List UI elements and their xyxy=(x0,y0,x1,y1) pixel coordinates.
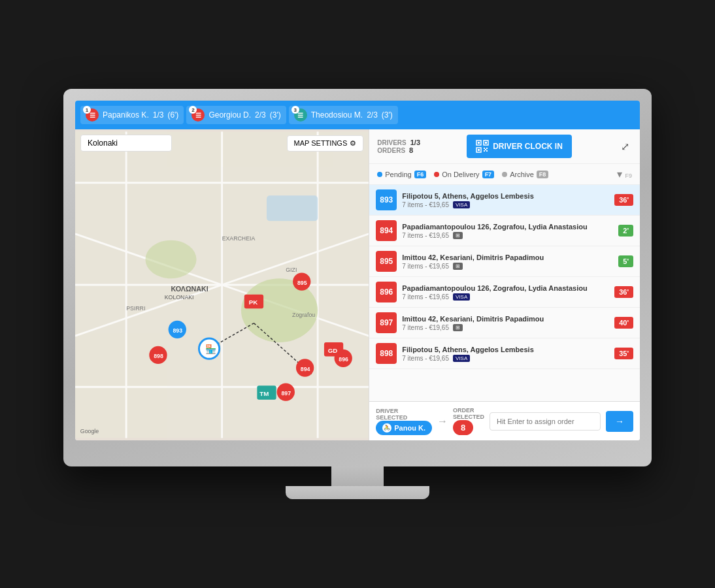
driver-2-orders: (3') xyxy=(270,110,281,120)
orders-stat-row: ORDERS 8 xyxy=(377,146,420,154)
order-info-896: Papadiamantopoulou 126, Zografou, Lydia … xyxy=(402,284,609,301)
assign-order-input[interactable] xyxy=(490,412,601,431)
order-row-896[interactable]: 896Papadiamantopoulou 126, Zografou, Lyd… xyxy=(369,277,640,308)
order-items-896: 7 items - €19,65 xyxy=(402,293,449,301)
svg-text:🏪: 🏪 xyxy=(205,344,217,355)
right-panel: DRIVERS 1/3 ORDERS 8 xyxy=(369,129,640,440)
map-search-input[interactable] xyxy=(80,135,172,152)
order-row-897[interactable]: 897Imittou 42, Kesariani, Dimitris Papad… xyxy=(369,308,640,338)
selected-driver-chip: 🚴 Panou K. xyxy=(376,421,432,435)
filter-tab-on-delivery[interactable]: On Delivery F7 xyxy=(434,171,494,178)
order-info-894: Papadiamantopoulou 126, Zografou, Lydia … xyxy=(402,223,613,239)
filter-collapse-button[interactable]: ▾ F9 xyxy=(617,168,632,180)
order-meta-896: 7 items - €19,65VISA xyxy=(402,293,609,301)
stats-area: DRIVERS 1/3 ORDERS 8 xyxy=(377,139,420,154)
driver-selected-label: DRIVERSELECTED xyxy=(376,408,407,421)
svg-text:EXARCHEIA: EXARCHEIA xyxy=(222,235,256,242)
order-info-895: Imittou 42, Kesariani, Dimitris Papadimo… xyxy=(402,253,613,270)
svg-text:GD: GD xyxy=(328,347,338,354)
svg-text:896: 896 xyxy=(339,356,348,363)
svg-text:TM: TM xyxy=(259,390,269,397)
on-delivery-label: On Delivery xyxy=(442,171,479,178)
svg-text:895: 895 xyxy=(297,280,307,286)
order-payment-894: ⊞ xyxy=(453,232,463,239)
order-time-895: 5' xyxy=(618,255,633,267)
pending-label: Pending xyxy=(385,171,411,178)
order-badge-893: 893 xyxy=(376,189,397,210)
order-meta-897: 7 items - €19,65⊞ xyxy=(402,324,609,331)
driver-3-orders: (3') xyxy=(382,110,393,120)
driver-tab-1[interactable]: 1 ☰ Papanikos K. 1/3 (6') xyxy=(80,106,184,124)
svg-text:Google: Google xyxy=(80,428,99,434)
arrow-right-icon: → xyxy=(437,416,448,427)
filter-tab-pending[interactable]: Pending F6 xyxy=(377,171,426,178)
order-address-897: Imittou 42, Kesariani, Dimitris Papadimo… xyxy=(402,315,609,323)
order-time-896: 36' xyxy=(614,286,633,298)
archive-key: F8 xyxy=(537,171,549,178)
driver-selected-section: DRIVERSELECTED 🚴 Panou K. xyxy=(376,408,432,435)
order-row-898[interactable]: 898Filipotou 5, Athens, Aggelos Lembesis… xyxy=(369,338,640,369)
map-area: MAP SETTINGS ⚙ xyxy=(75,129,369,440)
order-meta-893: 7 items - €19,65VISA xyxy=(402,201,609,208)
archive-label: Archive xyxy=(510,171,534,178)
driver-1-name: Papanikos K. xyxy=(103,110,149,120)
order-info-898: Filipotou 5, Athens, Aggelos Lembesis7 i… xyxy=(402,346,609,362)
driver-tab-2[interactable]: 2 ☰ Georgiou D. 2/3 (3') xyxy=(186,106,286,124)
selected-driver-name: Panou K. xyxy=(394,424,425,432)
on-delivery-dot xyxy=(434,172,439,177)
svg-rect-48 xyxy=(486,148,488,149)
svg-rect-47 xyxy=(484,148,485,149)
order-payment-895: ⊞ xyxy=(453,263,463,270)
svg-point-10 xyxy=(145,240,196,279)
order-info-897: Imittou 42, Kesariani, Dimitris Papadimo… xyxy=(402,315,609,331)
svg-text:GIZI: GIZI xyxy=(286,267,297,273)
main-content: MAP SETTINGS ⚙ xyxy=(75,129,640,440)
expand-button[interactable]: ⤢ xyxy=(618,138,632,155)
on-delivery-key: F7 xyxy=(482,171,495,178)
order-address-893: Filipotou 5, Athens, Aggelos Lembesis xyxy=(402,192,609,200)
drivers-top-bar: 1 ☰ Papanikos K. 1/3 (6') 2 ☰ Georgiou D… xyxy=(75,101,640,129)
order-meta-898: 7 items - €19,65VISA xyxy=(402,355,609,362)
order-row-893[interactable]: 893Filipotou 5, Athens, Aggelos Lembesis… xyxy=(369,185,640,216)
driver-clock-in-button[interactable]: DRIVER CLOCK IN xyxy=(467,135,572,158)
bottom-assignment-bar: DRIVERSELECTED 🚴 Panou K. → ORDERSELECTE… xyxy=(369,401,640,440)
order-time-898: 35' xyxy=(614,348,633,359)
collapse-key: F9 xyxy=(625,172,632,179)
order-badge-896: 896 xyxy=(376,282,397,302)
order-selected-label: ORDERSELECTED xyxy=(453,407,484,420)
map-search-bar: MAP SETTINGS ⚙ xyxy=(80,135,363,152)
app-container: 1 ☰ Papanikos K. 1/3 (6') 2 ☰ Georgiou D… xyxy=(75,101,640,440)
qr-icon xyxy=(476,140,489,153)
assign-order-button[interactable]: → xyxy=(606,411,633,432)
pending-key: F6 xyxy=(414,171,427,178)
driver-badge-3: 3 ☰ xyxy=(294,108,307,122)
order-info-893: Filipotou 5, Athens, Aggelos Lembesis7 i… xyxy=(402,192,609,208)
svg-rect-51 xyxy=(485,149,486,150)
map-svg: ΚΟΛΩΝΑΚΙ KOLONAKI PSIRRI EXARCHEIA GIZI … xyxy=(75,129,369,440)
svg-text:898: 898 xyxy=(154,353,163,359)
driver-1-orders: (6') xyxy=(167,110,178,120)
filter-tab-archive[interactable]: Archive F8 xyxy=(502,171,548,178)
order-address-896: Papadiamantopoulou 126, Zografou, Lydia … xyxy=(402,284,609,292)
order-row-894[interactable]: 894Papadiamantopoulou 126, Zografou, Lyd… xyxy=(369,216,640,246)
order-payment-893: VISA xyxy=(453,201,470,208)
driver-2-ratio: 2/3 xyxy=(255,110,266,120)
order-items-894: 7 items - €19,65 xyxy=(402,232,449,239)
pending-dot xyxy=(377,172,382,177)
order-badge-897: 897 xyxy=(376,312,397,333)
order-meta-895: 7 items - €19,65⊞ xyxy=(402,263,613,270)
driver-2-name: Georgiou D. xyxy=(208,110,251,120)
svg-text:PSIRRI: PSIRRI xyxy=(126,305,145,312)
order-items-898: 7 items - €19,65 xyxy=(402,355,449,362)
driver-chip-icon: 🚴 xyxy=(382,423,391,433)
order-badge-895: 895 xyxy=(376,251,397,272)
order-time-894: 2' xyxy=(618,225,633,237)
drivers-label: DRIVERS xyxy=(377,139,406,146)
driver-tab-3[interactable]: 3 ☰ Theodosiou M. 2/3 (3') xyxy=(289,106,398,124)
order-row-895[interactable]: 895Imittou 42, Kesariani, Dimitris Papad… xyxy=(369,246,640,277)
monitor-stand-base xyxy=(286,486,429,499)
order-items-897: 7 items - €19,65 xyxy=(402,324,449,331)
drivers-stat-row: DRIVERS 1/3 xyxy=(377,139,420,146)
map-settings-button[interactable]: MAP SETTINGS ⚙ xyxy=(287,135,364,152)
order-payment-898: VISA xyxy=(453,355,470,362)
